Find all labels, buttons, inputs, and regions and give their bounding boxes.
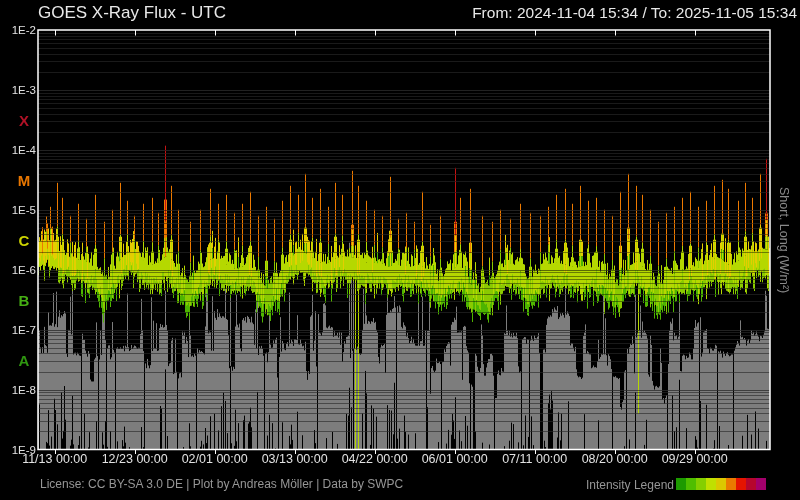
x-tick-label: 04/22 00:00: [342, 452, 408, 466]
legend-swatch: [676, 478, 686, 490]
intensity-legend-label: Intensity Legend: [586, 478, 674, 492]
time-range-label: From: 2024-11-04 15:34 / To: 2025-11-05 …: [472, 4, 797, 22]
legend-swatch: [716, 478, 726, 490]
legend-swatch: [756, 478, 766, 490]
class-label-a: A: [14, 351, 34, 368]
xray-flux-page: GOES X-Ray Flux - UTC From: 2024-11-04 1…: [0, 0, 800, 500]
x-tick-label: 08/20 00:00: [582, 452, 648, 466]
intensity-legend: Intensity Legend: [586, 476, 766, 494]
y-tick-label: 1E-3: [2, 84, 36, 96]
page-title: GOES X-Ray Flux - UTC: [38, 3, 226, 23]
x-tick-label: 03/13 00:00: [262, 452, 328, 466]
x-tick-label: 02/01 00:00: [182, 452, 248, 466]
x-tick-label: 12/23 00:00: [102, 452, 168, 466]
x-tick-label: 09/29 00:00: [662, 452, 728, 466]
class-label-x: X: [14, 111, 34, 128]
xray-flux-plot-canvas: [0, 0, 800, 500]
intensity-legend-gradient: [676, 476, 766, 494]
y-tick-label: 1E-7: [2, 324, 36, 336]
legend-swatch: [736, 478, 746, 490]
legend-swatch: [706, 478, 716, 490]
y-tick-label: 1E-2: [2, 24, 36, 36]
legend-swatch: [746, 478, 756, 490]
x-tick-label: 07/11 00:00: [502, 452, 567, 466]
y-tick-label: 1E-6: [2, 264, 36, 276]
x-tick-label: 11/13 00:00: [22, 452, 87, 466]
right-axis-label: Short, Long (W/m²): [772, 30, 796, 450]
class-label-b: B: [14, 291, 34, 308]
y-tick-label: 1E-4: [2, 144, 36, 156]
x-tick-label: 06/01 00:00: [422, 452, 488, 466]
y-tick-label: 1E-8: [2, 384, 36, 396]
y-tick-label: 1E-5: [2, 204, 36, 216]
legend-swatch: [696, 478, 706, 490]
class-label-m: M: [14, 171, 34, 188]
legend-swatch: [686, 478, 696, 490]
legend-swatch: [726, 478, 736, 490]
license-credits: License: CC BY-SA 3.0 DE | Plot by Andre…: [40, 477, 403, 491]
class-label-c: C: [14, 231, 34, 248]
